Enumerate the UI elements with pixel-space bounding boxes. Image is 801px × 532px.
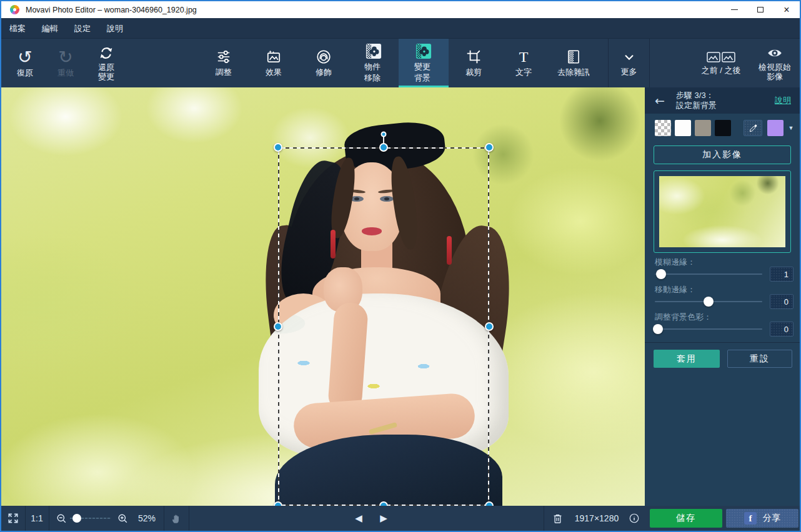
revert-changes-icon [98,45,114,61]
menu-help[interactable]: 說明 [99,18,131,39]
resize-handle-top-left[interactable] [274,143,282,152]
fit-to-screen-button[interactable] [1,506,25,531]
resize-handle-left[interactable] [274,322,282,331]
hand-tool-button[interactable] [164,506,189,531]
background-thumbnail-image [659,176,785,247]
retouch-face-icon [316,49,332,65]
help-link[interactable]: 說明 [775,95,791,106]
actual-size-button[interactable]: 1:1 [25,506,49,531]
eyedropper-icon [749,124,758,133]
resize-handle-bottom[interactable] [379,501,388,506]
save-button[interactable]: 儲存 [650,509,722,528]
swatch-custom-color[interactable] [767,120,784,136]
status-bar: 1:1 52% ◀ ▶ [1,506,800,531]
move-edges-label: 移動邊緣： [655,284,695,295]
swatch-gray[interactable] [695,120,711,136]
image-dimensions: 1917×1280 [569,506,625,531]
image-info-button[interactable] [625,506,644,531]
menu-file[interactable]: 檔案 [1,18,34,39]
previous-arrow-icon: ◀ [355,513,362,524]
blur-edges-slider-handle[interactable] [656,269,666,279]
tab-object-removal[interactable]: 物件移除 [349,39,399,87]
back-arrow-icon[interactable]: ← [655,94,665,107]
delete-image-button[interactable] [546,506,569,531]
panel-divider [645,342,800,343]
resize-handle-right[interactable] [485,322,494,331]
before-after-button[interactable]: 之前 / 之後 [682,39,760,87]
tab-crop[interactable]: 裁剪 [449,39,499,87]
info-icon [629,513,640,524]
tab-adjust[interactable]: 調整 [199,39,249,87]
step-title: 步驟 3/3： 設定新背景 [676,91,717,111]
trash-icon [552,513,564,525]
movavi-logo-icon [10,5,19,14]
redo-icon: ↻ [58,48,72,67]
move-edges-slider-handle[interactable] [704,297,714,307]
text-tool-icon: T [519,49,529,65]
window-controls: × [721,1,800,18]
menu-edit[interactable]: 編輯 [34,18,66,39]
redo-button[interactable]: ↻ 重做 [46,39,85,87]
window-title: Movavi Photo Editor – woman-3046960_1920… [26,6,197,14]
title-bar: Movavi Photo Editor – woman-3046960_1920… [1,1,800,18]
background-thumbnail[interactable] [654,170,791,253]
revert-changes-button[interactable]: 還原變更 [86,39,126,87]
tab-change-background[interactable]: 變更背景 [399,39,449,87]
menu-settings[interactable]: 設定 [66,18,99,39]
eyedropper-button[interactable] [744,120,762,136]
adjust-bg-color-slider[interactable] [655,328,762,330]
swatch-black[interactable] [715,120,731,136]
close-button[interactable]: × [774,1,800,18]
previous-image-button[interactable]: ◀ [346,506,371,531]
next-image-button[interactable]: ▶ [371,506,396,531]
tool-tabs: 調整 效果 修飾 [199,39,599,87]
share-label: 分享 [763,513,780,524]
zoom-out-icon [56,513,67,525]
maximize-button[interactable] [747,1,774,18]
resize-handle-top[interactable] [379,143,388,152]
view-original-button[interactable]: 檢視原始影像 [750,39,800,87]
tab-effects[interactable]: 效果 [249,39,299,87]
change-background-icon [415,43,432,59]
minimize-button[interactable] [721,1,747,18]
rotate-handle[interactable] [381,132,387,137]
zoom-slider-handle[interactable] [72,514,81,523]
move-edges-slider[interactable] [655,301,762,302]
share-button[interactable]: f 分享 [726,509,799,528]
dropdown-arrow-icon: ▼ [789,125,794,131]
resize-handle-bottom-right[interactable] [485,501,494,506]
tab-denoise[interactable]: 去除雜訊 [549,39,599,87]
before-after-icon [707,51,735,64]
add-image-button[interactable]: 加入影像 [654,145,791,164]
tab-text[interactable]: T 文字 [499,39,549,87]
facebook-icon: f [744,512,757,525]
next-arrow-icon: ▶ [380,513,387,524]
adjust-bg-color-slider-handle[interactable] [653,324,663,334]
undo-button[interactable]: ↺ 復原 [5,39,45,87]
zoom-in-icon [117,513,129,525]
swatch-white[interactable] [675,120,691,136]
reset-button[interactable]: 重設 [727,350,792,368]
blur-edges-slider[interactable] [655,273,762,275]
tab-retouch[interactable]: 修飾 [299,39,349,87]
fit-to-screen-icon [7,512,19,525]
chevron-down-icon [621,49,637,66]
blur-edges-label: 模糊邊緣： [655,257,695,268]
maximize-icon [757,7,764,12]
canvas[interactable] [1,87,645,506]
zoom-slider[interactable] [70,518,111,519]
more-button[interactable]: 更多 [609,39,649,87]
zoom-out-button[interactable] [52,506,70,531]
swatch-transparent[interactable] [655,120,671,136]
apply-button[interactable]: 套用 [654,350,720,368]
selection-marquee[interactable] [278,147,489,506]
toolbar: ↺ 復原 ↻ 重做 還原變更 調整 [1,39,800,87]
zoom-in-button[interactable] [114,506,131,531]
crop-icon [465,49,482,65]
menu-bar: 檔案 編輯 設定 說明 [1,18,800,39]
color-dropdown-button[interactable]: ▼ [785,120,797,136]
object-removal-icon [366,43,382,59]
resize-handle-bottom-left[interactable] [274,501,282,506]
toolbar-divider [649,39,650,87]
resize-handle-top-right[interactable] [485,143,494,152]
